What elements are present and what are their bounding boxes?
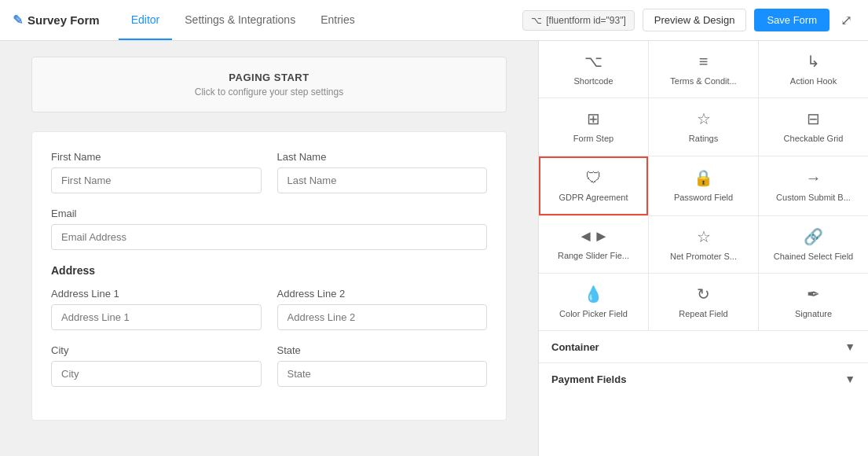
paging-start-subtitle: Click to configure your step settings [46,86,492,97]
editor-area: PAGING START Click to configure your ste… [0,41,538,456]
shortcode-icon: ⌥ [531,15,542,26]
tab-entries[interactable]: Entries [308,1,368,40]
save-button[interactable]: Save Form [754,9,830,31]
field-item-form-step[interactable]: ⊞Form Step [539,98,648,155]
field-icon-4: ☆ [697,109,711,128]
field-item-signature[interactable]: ✒Signature [759,274,868,330]
payment-fields-chevron: ▼ [844,373,855,385]
last-name-label: Last Name [277,151,488,163]
field-label-9: Range Slider Fie... [558,250,629,261]
address-line1-label: Address Line 1 [51,288,262,300]
state-label: State [277,344,488,356]
field-label-0: Shortcode [573,75,613,86]
field-icon-3: ⊞ [587,109,600,128]
city-label: City [51,344,262,356]
container-section[interactable]: Container ▼ [539,330,868,362]
field-label-13: Repeat Field [679,308,727,319]
address-line2-label: Address Line 2 [277,288,488,300]
address-title: Address [51,264,487,277]
container-label: Container [551,341,599,353]
fields-grid: ⌥Shortcode≡Terms & Condit...↳Action Hook… [539,41,868,330]
field-label-6: GDPR Agreement [559,192,628,203]
expand-button[interactable]: ⤢ [837,9,855,32]
field-item-repeat-field[interactable]: ↻Repeat Field [649,274,758,330]
paging-start-title: PAGING START [46,72,492,83]
first-name-input[interactable] [51,167,262,193]
field-icon-13: ↻ [697,285,710,303]
email-label: Email [51,208,487,219]
right-panel: ⌥Shortcode≡Terms & Condit...↳Action Hook… [538,41,868,456]
field-item-custom-submit-b[interactable]: →Custom Submit B... [759,156,868,215]
field-icon-11: 🔗 [804,227,823,246]
field-item-color-picker-field[interactable]: 💧Color Picker Field [539,274,648,330]
nav-tabs: Editor Settings & Integrations Entries [119,1,368,40]
address-line1-input[interactable] [51,304,262,330]
city-input[interactable] [51,361,262,387]
field-item-terms--condit[interactable]: ≡Terms & Condit... [649,41,758,97]
field-icon-8: → [806,169,822,187]
top-navigation: ✎ Survey Form Editor Settings & Integrat… [0,0,868,41]
field-item-gdpr-agreement[interactable]: 🛡GDPR Agreement [539,156,648,215]
field-label-10: Net Promoter S... [670,251,737,262]
field-icon-6: 🛡 [586,169,602,187]
address-line1-group: Address Line 1 [51,288,262,330]
field-label-12: Color Picker Field [559,308,628,319]
state-input[interactable] [277,361,488,387]
field-icon-14: ✒ [807,285,820,303]
field-icon-7: 🔒 [694,168,713,187]
field-icon-0: ⌥ [584,52,602,71]
field-item-action-hook[interactable]: ↳Action Hook [759,41,868,97]
field-label-3: Form Step [573,133,613,144]
field-icon-9: ◄► [578,227,610,245]
first-name-group: First Name [51,151,262,193]
field-label-14: Signature [795,308,832,319]
field-item-checkable-grid[interactable]: ⊟Checkable Grid [759,98,868,155]
field-label-1: Terms & Condit... [670,75,736,86]
field-label-8: Custom Submit B... [776,192,851,203]
state-group: State [277,344,488,387]
address-row: Address Line 1 Address Line 2 [51,288,487,330]
field-label-5: Checkable Grid [784,133,844,144]
field-item-range-slider-fie[interactable]: ◄►Range Slider Fie... [539,216,648,273]
shortcode-text: [fluentform id="93"] [546,15,626,26]
preview-button[interactable]: Preview & Design [643,9,747,31]
logo-text: Survey Form [27,13,100,27]
tab-editor[interactable]: Editor [119,1,173,40]
city-group: City [51,344,262,387]
field-label-11: Chained Select Field [774,251,854,262]
last-name-input[interactable] [277,167,488,193]
field-icon-12: 💧 [584,285,603,303]
nav-right: ⌥ [fluentform id="93"] Preview & Design … [522,9,855,32]
field-item-password-field[interactable]: 🔒Password Field [649,156,758,215]
address-line2-group: Address Line 2 [277,288,488,330]
main-area: PAGING START Click to configure your ste… [0,41,868,456]
last-name-group: Last Name [277,151,488,193]
email-group: Email [51,208,487,250]
field-item-ratings[interactable]: ☆Ratings [649,98,758,155]
email-input[interactable] [51,224,487,250]
app-logo: ✎ Survey Form [13,13,100,28]
payment-fields-section[interactable]: Payment Fields ▼ [539,362,868,395]
shortcode-badge[interactable]: ⌥ [fluentform id="93"] [522,10,635,31]
email-row: Email [51,208,487,250]
field-icon-2: ↳ [807,52,820,71]
field-item-shortcode[interactable]: ⌥Shortcode [539,41,648,97]
field-item-chained-select-field[interactable]: 🔗Chained Select Field [759,216,868,273]
name-row: First Name Last Name [51,151,487,193]
address-line2-input[interactable] [277,304,488,330]
first-name-label: First Name [51,151,262,163]
city-state-row: City State [51,344,487,387]
field-icon-1: ≡ [699,53,709,71]
payment-fields-label: Payment Fields [551,373,626,385]
field-label-7: Password Field [674,192,733,203]
tab-settings[interactable]: Settings & Integrations [172,1,308,40]
field-icon-5: ⊟ [807,109,820,128]
paging-start-block[interactable]: PAGING START Click to configure your ste… [31,57,507,112]
field-label-4: Ratings [689,133,718,144]
logo-icon: ✎ [13,13,23,28]
container-chevron: ▼ [844,340,855,353]
field-label-2: Action Hook [790,75,837,86]
form-section: First Name Last Name Email Address [31,131,507,421]
field-item-net-promoter-s[interactable]: ☆Net Promoter S... [649,216,758,273]
field-icon-10: ☆ [697,227,711,246]
